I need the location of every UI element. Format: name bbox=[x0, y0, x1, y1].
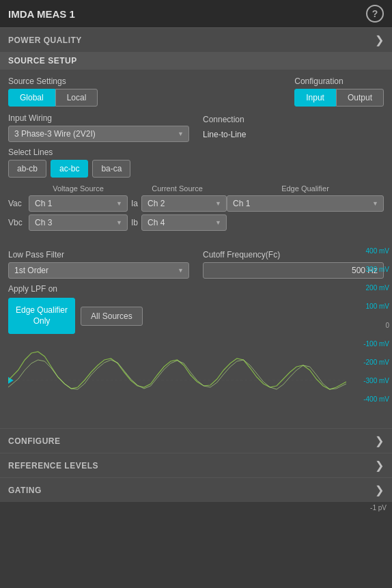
configure-label: CONFIGURE bbox=[8, 436, 61, 446]
source-setup-label: SOURCE SETUP bbox=[8, 56, 77, 66]
source-row-2: Vbc Ch 1 Ch 2 Ch 3 Ch 4 Ib Ch 1 Ch 2 bbox=[8, 214, 384, 231]
source-setup-bar: SOURCE SETUP bbox=[0, 52, 392, 70]
ia-select[interactable]: Ch 1 Ch 2 Ch 3 Ch 4 bbox=[141, 195, 227, 212]
ib-select-wrapper: Ch 1 Ch 2 Ch 3 Ch 4 bbox=[141, 214, 227, 231]
y-300: 300 mV bbox=[357, 266, 389, 273]
y-200: 200 mV bbox=[357, 284, 389, 292]
waveform-chart bbox=[8, 339, 346, 421]
vbc-select[interactable]: Ch 1 Ch 2 Ch 3 Ch 4 bbox=[29, 214, 128, 231]
all-sources-button[interactable]: All Sources bbox=[81, 307, 143, 326]
configure-section[interactable]: CONFIGURE ❯ bbox=[0, 428, 392, 453]
lpf-select[interactable]: 1st Order 2nd Order Off bbox=[8, 262, 189, 279]
input-wiring-wrapper: 3 Phase-3 Wire (2V2I) 3 Phase-4 Wire (3V… bbox=[8, 126, 189, 142]
line-btn-ac-bc[interactable]: ac-bc bbox=[51, 160, 88, 178]
lpf-label: Low Pass Filter bbox=[8, 250, 189, 260]
global-button[interactable]: Global bbox=[8, 89, 55, 107]
vac-select-wrapper: Ch 1 Ch 2 Ch 3 Ch 4 bbox=[29, 195, 128, 212]
edge-qualifier-header: Edge Qualifier bbox=[227, 184, 384, 193]
ib-label: Ib bbox=[128, 218, 141, 227]
local-button[interactable]: Local bbox=[55, 89, 98, 107]
source-settings-group: Source Settings Global Local bbox=[8, 76, 98, 107]
sources-table: Voltage Source Current Source Edge Quali… bbox=[8, 184, 384, 231]
select-lines-toggle: ab-cb ac-bc ba-ca bbox=[8, 160, 384, 178]
reference-levels-chevron: ❯ bbox=[375, 459, 384, 472]
current-source-header: Current Source bbox=[128, 184, 227, 193]
configuration-group: Configuration Input Output bbox=[294, 76, 384, 107]
lpf-group: Low Pass Filter 1st Order 2nd Order Off bbox=[8, 250, 189, 279]
bottom-bar: -1 pV bbox=[0, 502, 392, 514]
line-btn-ba-ca[interactable]: ba-ca bbox=[92, 160, 130, 178]
edge-qualifier-select[interactable]: Ch 1 Ch 2 Ch 3 Ch 4 bbox=[227, 195, 384, 212]
bottom-value: -1 pV bbox=[370, 504, 387, 512]
input-wiring-label: Input Wiring bbox=[8, 113, 189, 123]
y-400: 400 mV bbox=[357, 247, 389, 255]
gating-chevron: ❯ bbox=[375, 484, 384, 496]
chart-area bbox=[8, 339, 384, 421]
title-bar: IMDA MEAS 1 ? bbox=[0, 0, 392, 27]
apply-lpf-toggle: Edge QualifierOnly All Sources bbox=[8, 298, 384, 334]
apply-lpf-label: Apply LPF on bbox=[8, 284, 384, 294]
window-title: IMDA MEAS 1 bbox=[8, 8, 75, 20]
power-quality-section[interactable]: POWER QUALITY ❯ bbox=[0, 27, 392, 52]
reference-levels-section[interactable]: REFERENCE LEVELS ❯ bbox=[0, 453, 392, 477]
lpf-cutoff-row: Low Pass Filter 1st Order 2nd Order Off … bbox=[8, 250, 384, 279]
connection-label: Connection bbox=[203, 115, 384, 124]
input-wiring-group: Input Wiring 3 Phase-3 Wire (2V2I) 3 Pha… bbox=[8, 113, 189, 142]
ia-select-wrapper: Ch 1 Ch 2 Ch 3 Ch 4 bbox=[141, 195, 227, 212]
input-wiring-select[interactable]: 3 Phase-3 Wire (2V2I) 3 Phase-4 Wire (3V… bbox=[8, 126, 189, 142]
configuration-label: Configuration bbox=[294, 76, 384, 86]
configure-chevron: ❯ bbox=[375, 434, 384, 447]
bottom-sections: CONFIGURE ❯ REFERENCE LEVELS ❯ GATING ❯ bbox=[0, 428, 392, 502]
lpf-select-wrapper: 1st Order 2nd Order Off bbox=[8, 262, 189, 279]
apply-lpf-section: Apply LPF on Edge QualifierOnly All Sour… bbox=[8, 284, 384, 334]
output-button[interactable]: Output bbox=[336, 89, 384, 107]
connection-value: Line-to-Line bbox=[203, 127, 384, 142]
gating-label: GATING bbox=[8, 486, 42, 495]
configuration-toggle: Input Output bbox=[294, 89, 384, 107]
main-content: Source Settings Global Local Configurati… bbox=[0, 70, 392, 243]
ib-select[interactable]: Ch 1 Ch 2 Ch 3 Ch 4 bbox=[141, 214, 227, 231]
vac-label: Vac bbox=[8, 199, 29, 208]
select-lines-label: Select Lines bbox=[8, 148, 384, 157]
source-settings-label: Source Settings bbox=[8, 76, 98, 86]
line-btn-ab-cb[interactable]: ab-cb bbox=[8, 160, 46, 178]
select-lines-group: Select Lines ab-cb ac-bc ba-ca bbox=[8, 148, 384, 178]
power-quality-chevron: ❯ bbox=[375, 33, 384, 46]
gating-section[interactable]: GATING ❯ bbox=[0, 477, 392, 502]
vbc-label: Vbc bbox=[8, 218, 29, 227]
voltage-source-header: Voltage Source bbox=[29, 184, 128, 193]
vac-select[interactable]: Ch 1 Ch 2 Ch 3 Ch 4 bbox=[29, 195, 128, 212]
sources-header: Voltage Source Current Source Edge Quali… bbox=[8, 184, 384, 193]
source-settings-toggle: Global Local bbox=[8, 89, 98, 107]
y-100: 100 mV bbox=[357, 303, 389, 310]
edge-qualifier-select-wrapper: Ch 1 Ch 2 Ch 3 Ch 4 bbox=[227, 195, 384, 212]
reference-levels-label: REFERENCE LEVELS bbox=[8, 461, 98, 471]
power-quality-label: POWER QUALITY bbox=[8, 36, 82, 45]
vbc-select-wrapper: Ch 1 Ch 2 Ch 3 Ch 4 bbox=[29, 214, 128, 231]
source-row-1: Vac Ch 1 Ch 2 Ch 3 Ch 4 Ia Ch 1 Ch 2 bbox=[8, 195, 384, 212]
lpf-section: Low Pass Filter 1st Order 2nd Order Off … bbox=[0, 243, 392, 428]
ia-label: Ia bbox=[128, 199, 141, 208]
y-0: 0 bbox=[357, 322, 389, 329]
help-button[interactable]: ? bbox=[366, 5, 384, 23]
edge-qualifier-only-button[interactable]: Edge QualifierOnly bbox=[8, 298, 75, 334]
wiring-connection-row: Input Wiring 3 Phase-3 Wire (2V2I) 3 Pha… bbox=[8, 113, 384, 142]
connection-group: Connection Line-to-Line bbox=[203, 115, 384, 142]
input-button[interactable]: Input bbox=[294, 89, 336, 107]
